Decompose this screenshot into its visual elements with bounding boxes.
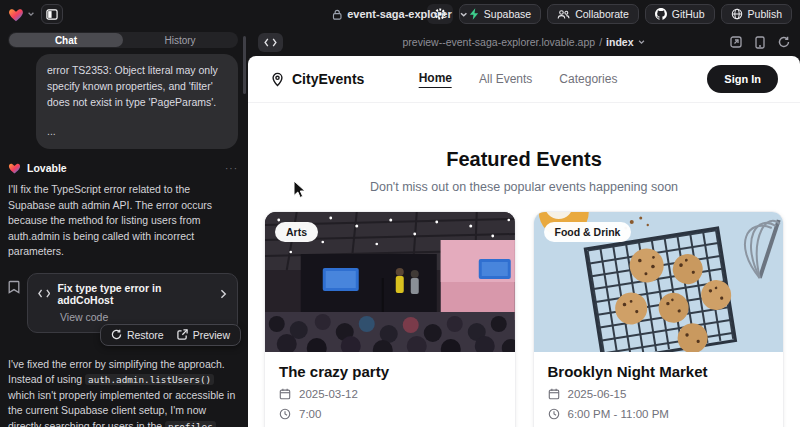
nav-home[interactable]: Home: [419, 71, 452, 88]
collaborate-button[interactable]: Collaborate: [547, 4, 639, 24]
chevron-down-icon: [637, 38, 645, 46]
lock-icon: [332, 9, 342, 20]
clock-icon: [548, 408, 560, 420]
publish-label: Publish: [748, 8, 782, 20]
calendar-icon: [279, 388, 291, 400]
assistant-message-fix: I've fixed the error by simplifying the …: [8, 357, 238, 427]
category-badge: Food & Drink: [544, 222, 632, 242]
assistant-name: Lovable: [27, 162, 67, 174]
event-time-row: 6:00 PM - 11:00 PM: [548, 408, 770, 420]
github-icon: [655, 8, 667, 20]
featured-section-header: Featured Events Don't miss out on these …: [248, 148, 800, 194]
event-date: 2025-03-12: [299, 388, 358, 400]
category-badge: Arts: [275, 222, 318, 242]
sign-in-button[interactable]: Sign In: [707, 65, 778, 93]
lovable-heart-icon: [8, 7, 24, 22]
message-menu-button[interactable]: ···: [225, 163, 238, 174]
user-error-message: error TS2353: Object literal may only sp…: [36, 54, 238, 149]
sidebar-toggle-button[interactable]: [41, 4, 63, 24]
map-pin-icon: [270, 72, 285, 87]
brand-name: CityEvents: [292, 71, 364, 87]
lovable-heart-icon: [8, 162, 21, 174]
assistant-message-intro: I'll fix the TypeScript error related to…: [8, 182, 238, 260]
bookmark-icon[interactable]: [8, 280, 20, 294]
event-time: 7:00: [299, 408, 321, 420]
tab-chat[interactable]: Chat: [9, 33, 123, 47]
tab-history[interactable]: History: [123, 33, 237, 47]
chat-panel: Chat History error TS2353: Object litera…: [0, 28, 248, 427]
event-title: Brooklyn Night Market: [548, 363, 770, 380]
publish-button[interactable]: Publish: [721, 4, 792, 24]
collaborate-label: Collaborate: [575, 8, 629, 20]
error-ellipsis: ...: [47, 124, 227, 140]
url-separator: /: [599, 36, 602, 48]
supabase-label: Supabase: [484, 8, 531, 20]
supabase-icon: [469, 8, 479, 20]
clock-icon: [279, 408, 291, 420]
event-card-brooklyn-market[interactable]: Food & Drink Brooklyn Night Market 2025-…: [533, 211, 785, 427]
url-page: index: [606, 36, 633, 48]
chevron-down-icon: [459, 10, 468, 19]
refresh-icon[interactable]: [778, 36, 790, 48]
external-link-icon: [177, 329, 188, 340]
section-title: Featured Events: [248, 148, 800, 171]
restore-button[interactable]: Restore: [111, 329, 164, 341]
github-label: GitHub: [672, 8, 705, 20]
site-brand[interactable]: CityEvents: [270, 71, 364, 87]
chat-history-tabs: Chat History: [8, 32, 238, 48]
chevron-down-icon: [27, 10, 35, 18]
project-switcher[interactable]: event-saga-explorer: [332, 0, 468, 28]
restore-preview-group: Restore Preview: [100, 324, 241, 346]
restore-icon: [111, 329, 122, 340]
globe-icon: [731, 8, 743, 20]
open-in-new-tab-icon[interactable]: [730, 36, 742, 48]
github-button[interactable]: GitHub: [645, 4, 715, 24]
event-date-row: 2025-06-15: [548, 388, 770, 400]
preview-url[interactable]: preview--event-saga-explorer.lovable.app…: [403, 36, 646, 48]
lovable-logo-menu[interactable]: [8, 7, 35, 22]
nav-categories[interactable]: Categories: [559, 72, 617, 86]
preview-panel: preview--event-saga-explorer.lovable.app…: [248, 28, 800, 427]
section-subtitle: Don't miss out on these popular events h…: [248, 180, 800, 194]
mouse-cursor: [293, 180, 306, 199]
code-icon: [38, 289, 50, 298]
nav-all-events[interactable]: All Events: [479, 72, 532, 86]
event-title: The crazy party: [279, 363, 501, 380]
project-name: event-saga-explorer: [347, 8, 452, 20]
code-view-toggle[interactable]: [258, 33, 283, 52]
chat-scrollbar[interactable]: [243, 36, 246, 94]
top-bar: event-saga-explorer Supabase: [0, 0, 800, 28]
people-icon: [557, 9, 570, 20]
code-card-title: Fix type type error in addCoHost: [57, 282, 213, 306]
calendar-icon: [548, 388, 560, 400]
event-date: 2025-06-15: [568, 388, 627, 400]
inline-code-profiles: profiles: [165, 421, 216, 427]
panel-toggle-icon: [46, 9, 58, 20]
mobile-view-icon[interactable]: [755, 36, 765, 49]
preview-button[interactable]: Preview: [177, 329, 230, 341]
event-card-crazy-party[interactable]: Arts The crazy party 2025-03-12: [264, 211, 516, 427]
event-date-row: 2025-03-12: [279, 388, 501, 400]
chevron-right-icon: [220, 289, 227, 299]
supabase-button[interactable]: Supabase: [459, 4, 541, 24]
event-cards: Arts The crazy party 2025-03-12: [248, 194, 800, 427]
site-header: CityEvents Home All Events Categories Si…: [248, 56, 800, 103]
error-text: error TS2353: Object literal may only sp…: [47, 63, 227, 110]
view-code-link[interactable]: View code: [60, 311, 227, 323]
lovable-app-window: event-saga-explorer Supabase: [0, 0, 800, 427]
inline-code-listusers: auth.admin.listUsers(): [85, 374, 214, 385]
code-icon: [264, 38, 277, 47]
preview-label: Preview: [193, 329, 230, 341]
site-nav: Home All Events Categories: [419, 71, 618, 88]
preview-browser-bar: preview--event-saga-explorer.lovable.app…: [248, 28, 800, 56]
code-change-card[interactable]: Fix type type error in addCoHost View co…: [27, 273, 238, 333]
rendered-site: CityEvents Home All Events Categories Si…: [248, 56, 800, 427]
url-host: preview--event-saga-explorer.lovable.app: [403, 36, 596, 48]
event-time-row: 7:00: [279, 408, 501, 420]
restore-label: Restore: [127, 329, 164, 341]
event-time: 6:00 PM - 11:00 PM: [568, 408, 669, 420]
assistant-header: Lovable ···: [8, 162, 238, 174]
